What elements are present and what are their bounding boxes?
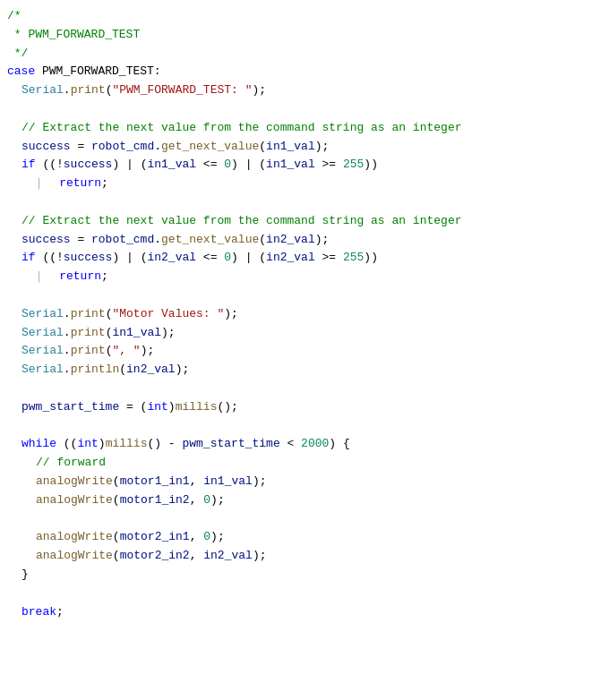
code-text: ); [315, 138, 330, 157]
code-comment: // forward [36, 454, 106, 473]
code-line-12: // Extract the next value from the comma… [0, 212, 592, 231]
code-text: ( [113, 473, 120, 491]
code-text: >= [315, 249, 343, 268]
code-text: ); [253, 547, 267, 566]
code-text: Serial [21, 324, 64, 343]
code-text: 0 [203, 491, 210, 510]
code-line-2: * PWM_FORWARD_TEST [0, 26, 592, 45]
code-keyword: int [77, 435, 98, 454]
code-text: Serial [21, 81, 64, 100]
code-text: millis [176, 398, 218, 417]
code-text: . [64, 81, 71, 100]
code-text: 255 [343, 156, 364, 175]
code-comment: // Extract the next value from the comma… [21, 212, 461, 231]
code-text: 0 [203, 528, 210, 547]
code-line-16 [0, 286, 592, 305]
code-text: ); [176, 361, 190, 380]
code-text: in1_val [266, 156, 315, 175]
code-text: in2_val [147, 249, 196, 268]
code-text: )) [364, 156, 378, 175]
code-text: robot_cmd [91, 231, 154, 250]
code-text: PWM_FORWARD_TEST: [42, 63, 161, 81]
code-line-29: analogWrite(motor2_in1, 0); [0, 528, 592, 547]
code-line-22: pwm_start_time = (int)millis(); [0, 398, 592, 417]
code-text: println [71, 361, 120, 380]
code-line-5: Serial.print("PWM_FORWARD_TEST: "); [0, 81, 592, 100]
code-line-9: if ((!success) | (in1_val <= 0) | (in1_v… [0, 156, 592, 175]
code-text: ) | ( [112, 156, 147, 175]
code-keyword: break [21, 603, 56, 622]
code-text: motor1_in2 [120, 491, 190, 510]
code-line-33: break; [0, 603, 592, 622]
code-text: , [190, 547, 204, 566]
code-text: ) | ( [231, 249, 266, 268]
code-text: * PWM_FORWARD_TEST [7, 26, 140, 45]
code-text: . [154, 138, 161, 157]
code-text: ( [106, 81, 113, 100]
code-text: in2_val [126, 361, 176, 380]
code-keyword: while [21, 435, 64, 454]
code-line-30: analogWrite(motor2_in2, in2_val); [0, 547, 592, 566]
code-text: motor2_in2 [120, 547, 190, 566]
code-keyword: if [21, 156, 42, 175]
code-text: robot_cmd [91, 138, 154, 157]
code-text: ( [106, 324, 113, 343]
code-text: ( [259, 231, 266, 250]
code-text: . [154, 231, 161, 250]
code-text: ); [210, 528, 225, 547]
code-line-21 [0, 380, 592, 398]
code-text: success [64, 156, 113, 175]
code-text: get_next_value [161, 138, 259, 157]
code-text: . [64, 324, 71, 343]
code-text: , [190, 528, 204, 547]
code-text: get_next_value [161, 231, 259, 250]
code-comment: // Extract the next value from the comma… [21, 119, 461, 138]
code-text: ( [106, 342, 113, 361]
code-line-4: case PWM_FORWARD_TEST: [0, 63, 592, 81]
code-text: ", " [112, 342, 140, 361]
code-text: ); [210, 491, 225, 510]
code-text: ); [224, 305, 238, 324]
code-text: success [64, 249, 113, 268]
code-line-32 [0, 585, 592, 603]
code-text: ) | ( [231, 156, 266, 175]
code-text: ; [101, 268, 108, 286]
code-text: (( [64, 435, 78, 454]
code-line-23 [0, 417, 592, 436]
code-text: millis [106, 435, 148, 454]
code-line-11 [0, 193, 592, 212]
code-line-14: if ((!success) | (in2_val <= 0) | (in2_v… [0, 249, 592, 268]
code-line-13: success = robot_cmd.get_next_value(in2_v… [0, 231, 592, 250]
code-editor: /* * PWM_FORWARD_TEST */ case PWM_FORWAR… [0, 0, 592, 700]
code-text: = ( [119, 398, 147, 417]
code-line-7: // Extract the next value from the comma… [0, 119, 592, 138]
code-text: 255 [343, 249, 364, 268]
code-text: ) [99, 435, 106, 454]
code-keyword: if [21, 249, 42, 268]
code-text: print [71, 81, 106, 100]
code-text: 2000 [301, 435, 329, 454]
code-keyword: case [7, 63, 42, 81]
code-line-31: } [0, 566, 592, 585]
code-text: . [64, 361, 71, 380]
code-text: ); [141, 342, 155, 361]
code-text: < [280, 435, 301, 454]
code-text: () - [147, 435, 182, 454]
code-line-25: // forward [0, 454, 592, 473]
code-text: } [21, 566, 29, 585]
code-text: /* [7, 7, 21, 26]
code-text: ( [113, 547, 120, 566]
code-line-19: Serial.print(", "); [0, 342, 592, 361]
code-line-24: while ((int)millis() - pwm_start_time < … [0, 435, 592, 454]
code-line-1: /* [0, 7, 592, 26]
code-line-17: Serial.print("Motor Values: "); [0, 305, 592, 324]
code-text: "Motor Values: " [112, 305, 224, 324]
code-text: Serial [21, 361, 64, 380]
code-line-20: Serial.println(in2_val); [0, 361, 592, 380]
code-text: ; [101, 175, 108, 193]
code-text: (); [217, 398, 237, 417]
code-text: in2_val [266, 231, 315, 250]
code-text: >= [315, 156, 343, 175]
code-text: ( [106, 305, 113, 324]
code-line-28 [0, 510, 592, 529]
